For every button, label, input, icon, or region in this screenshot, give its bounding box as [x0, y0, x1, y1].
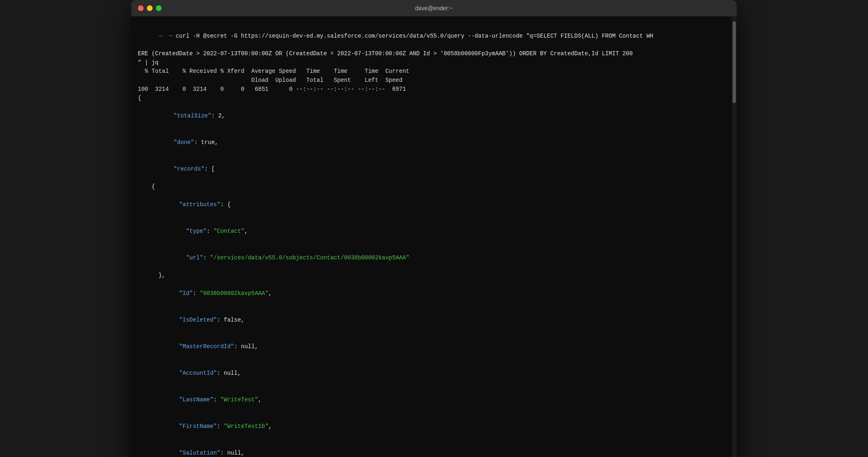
- json-attributes-close: },: [138, 271, 729, 280]
- title-bar: dave@ender:~: [131, 0, 737, 16]
- json-attributes-key: "attributes": {: [138, 191, 729, 218]
- json-open-brace: {: [138, 94, 729, 103]
- command-text: curl -H @secret -G https://sequin-dev-ed…: [175, 33, 653, 39]
- scrollbar-thumb[interactable]: [733, 21, 736, 103]
- json-id: "Id": "0038b00002kavp5AAA",: [138, 280, 729, 307]
- json-salutation: "Salutation": null,: [138, 440, 729, 457]
- command-line: → ~ curl -H @secret -G https://sequin-de…: [138, 23, 729, 50]
- json-masterrecordid: "MasterRecordId": null,: [138, 333, 729, 360]
- json-record-open: {: [138, 182, 729, 191]
- json-totalsize: "totalSize": 2,: [138, 103, 729, 129]
- close-button[interactable]: [138, 5, 144, 11]
- json-url: "url": "/services/data/v55.0/sobjects/Co…: [138, 245, 729, 271]
- json-records-key: "records": [: [138, 156, 729, 182]
- terminal-window: dave@ender:~ → ~ curl -H @secret -G http…: [131, 0, 737, 457]
- json-lastname: "LastName": "WriteTest",: [138, 387, 729, 413]
- command-line-2: ERE (CreatedDate > 2022-07-13T00:00:00Z …: [138, 50, 729, 59]
- command-line-3: " | jq: [138, 59, 729, 68]
- maximize-button[interactable]: [156, 5, 162, 11]
- json-type: "type": "Contact",: [138, 218, 729, 245]
- progress-header: % Total % Received % Xferd Average Speed…: [138, 67, 729, 76]
- traffic-lights: [138, 5, 162, 11]
- json-isdeleted: "IsDeleted": false,: [138, 307, 729, 333]
- progress-data: 100 3214 0 3214 0 0 6851 0 --:--:-- --:-…: [138, 85, 729, 94]
- scrollbar[interactable]: [732, 16, 737, 457]
- window-title: dave@ender:~: [415, 5, 453, 11]
- json-accountid: "AccountId": null,: [138, 360, 729, 387]
- progress-subheader: Dload Upload Total Spent Left Speed: [138, 76, 729, 85]
- json-firstname: "FirstName": "WriteTest1b",: [138, 413, 729, 440]
- minimize-button[interactable]: [147, 5, 153, 11]
- json-done: "done": true,: [138, 129, 729, 156]
- terminal-content: → ~ curl -H @secret -G https://sequin-de…: [131, 16, 737, 457]
- prompt: → ~: [158, 33, 175, 39]
